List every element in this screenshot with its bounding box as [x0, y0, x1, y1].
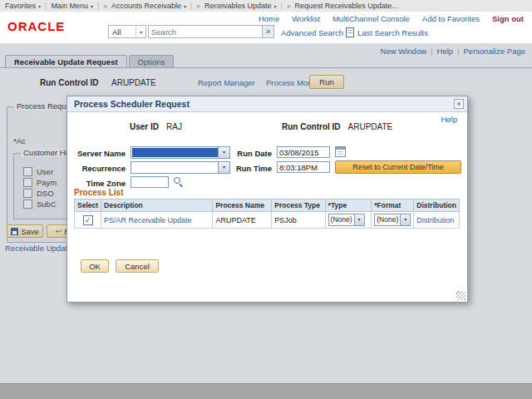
chevron-down-icon: ▾: [274, 3, 277, 9]
server-name-select[interactable]: ▾: [131, 146, 230, 159]
search-scope-value: All: [112, 27, 121, 37]
reset-date-time-button[interactable]: Reset to Current Date/Time: [335, 160, 461, 174]
user-id-pair: User ID RAJ: [130, 122, 182, 131]
breadcrumb-label: Receivables Update: [204, 2, 272, 10]
selection-highlight: [132, 148, 218, 157]
close-icon[interactable]: ×: [454, 99, 464, 109]
run-date-label: Run Date: [222, 149, 272, 158]
divider: [190, 2, 192, 10]
run-time-input[interactable]: [277, 161, 330, 173]
type-select[interactable]: (None) ▾: [328, 214, 365, 226]
divider: [45, 2, 47, 10]
window-bottom-bar: [0, 383, 532, 399]
type-select-value: (None): [329, 214, 354, 225]
breadcrumb-favorites[interactable]: Favorites ▾: [5, 2, 41, 10]
breadcrumb-arrow-icon: >: [103, 2, 107, 10]
chevron-down-icon: ▾: [184, 3, 186, 9]
ok-button[interactable]: OK: [81, 259, 109, 273]
check-icon: ✓: [84, 216, 92, 224]
oracle-logo: ORACLE: [7, 19, 65, 33]
breadcrumb-main-menu[interactable]: Main Menu ▾: [51, 2, 93, 10]
divider: [281, 2, 283, 10]
search-input[interactable]: [148, 25, 263, 38]
document-icon: [346, 27, 354, 37]
col-process-name: Process Name: [213, 200, 272, 212]
user-id-label: User ID: [130, 122, 159, 131]
col-description: Description: [101, 200, 213, 212]
chevron-down-icon: ▾: [135, 26, 142, 37]
breadcrumb: Favorites ▾ Main Menu ▾ > Accounts Recei…: [0, 0, 532, 12]
recurrence-select[interactable]: ▾: [131, 161, 230, 174]
process-list-header-row: Select Description Process Name Process …: [75, 200, 460, 212]
time-zone-input[interactable]: [131, 176, 169, 188]
run-time-label: Run Time: [222, 164, 272, 173]
dialog-title: Process Scheduler Request: [67, 96, 467, 112]
run-control-pair: Run Control ID ARUPDATE: [282, 122, 392, 131]
col-select: Select: [75, 200, 101, 212]
chevron-down-icon: ▾: [38, 3, 41, 9]
format-select-value: (None): [375, 214, 400, 225]
chevron-down-icon[interactable]: ▾: [400, 214, 410, 225]
process-name-value: ARUPDATE: [215, 216, 255, 224]
breadcrumb-arrow-icon: >: [287, 2, 291, 10]
cancel-button[interactable]: Cancel: [116, 259, 159, 273]
select-checkbox[interactable]: ✓: [83, 215, 93, 225]
col-process-type: Process Type: [272, 200, 325, 212]
dialog-help-link[interactable]: Help: [441, 115, 457, 124]
breadcrumb-arrow-icon: >: [196, 2, 200, 10]
recurrence-label: Recurrence: [67, 164, 126, 173]
process-type-value: PSJob: [274, 216, 297, 224]
time-zone-label: Time Zone: [67, 179, 126, 188]
divider: [97, 2, 99, 10]
last-search-results-link[interactable]: Last Search Results: [357, 28, 428, 37]
chevron-down-icon[interactable]: ▾: [354, 214, 364, 225]
breadcrumb-label: Main Menu: [51, 2, 88, 10]
nav-add-to-favorites-link[interactable]: Add to Favorites: [422, 14, 480, 23]
process-row: ✓ PS/AR Receivable Update ARUPDATE PSJob…: [75, 212, 460, 229]
run-control-label: Run Control ID: [282, 122, 341, 131]
run-date-input[interactable]: [277, 146, 330, 158]
process-list-title: Process List: [74, 188, 123, 197]
search-go-button[interactable]: »: [262, 25, 274, 38]
sign-out-link[interactable]: Sign out: [492, 14, 524, 23]
format-select[interactable]: (None) ▾: [374, 214, 411, 226]
search-scope-select[interactable]: All ▾: [108, 25, 146, 38]
resize-handle-icon[interactable]: [456, 291, 466, 300]
server-name-label: Server Name: [67, 149, 126, 158]
process-scheduler-request-dialog: Process Scheduler Request × Help User ID…: [66, 96, 468, 303]
divider: [339, 28, 341, 37]
lookup-magnifier-icon[interactable]: [173, 176, 184, 187]
col-distribution: Distribution: [414, 200, 460, 212]
advanced-search-link[interactable]: Advanced Search: [281, 28, 343, 37]
breadcrumb-label: Favorites: [5, 2, 36, 10]
chevron-down-icon: ▾: [91, 3, 93, 9]
breadcrumb-request-receivables-update[interactable]: Request Receivables Update...: [295, 2, 398, 10]
col-type: *Type: [325, 200, 372, 212]
nav-multichannel-console-link[interactable]: MultiChannel Console: [332, 14, 410, 23]
header-nav: Home Worklist MultiChannel Console Add t…: [259, 14, 524, 23]
process-list-table: Select Description Process Name Process …: [74, 199, 460, 229]
breadcrumb-label: Request Receivables Update...: [295, 2, 398, 10]
peoplesoft-window: Favorites ▾ Main Menu ▾ > Accounts Recei…: [0, 0, 532, 399]
breadcrumb-receivables-update[interactable]: Receivables Update ▾: [204, 2, 277, 10]
process-description-link[interactable]: PS/AR Receivable Update: [104, 216, 192, 224]
nav-home-link[interactable]: Home: [259, 14, 279, 23]
app-header: ORACLE All ▾ » Advanced Search Last Sear…: [0, 12, 532, 43]
distribution-link[interactable]: Distribution: [416, 216, 454, 224]
col-format: *Format: [372, 200, 414, 212]
calendar-icon[interactable]: [335, 146, 346, 157]
run-control-value: ARUPDATE: [348, 122, 393, 131]
nav-worklist-link[interactable]: Worklist: [292, 14, 320, 23]
user-id-value: RAJ: [166, 122, 182, 131]
breadcrumb-label: Accounts Receivable: [111, 2, 181, 10]
breadcrumb-accounts-receivable[interactable]: Accounts Receivable ▾: [111, 2, 186, 10]
